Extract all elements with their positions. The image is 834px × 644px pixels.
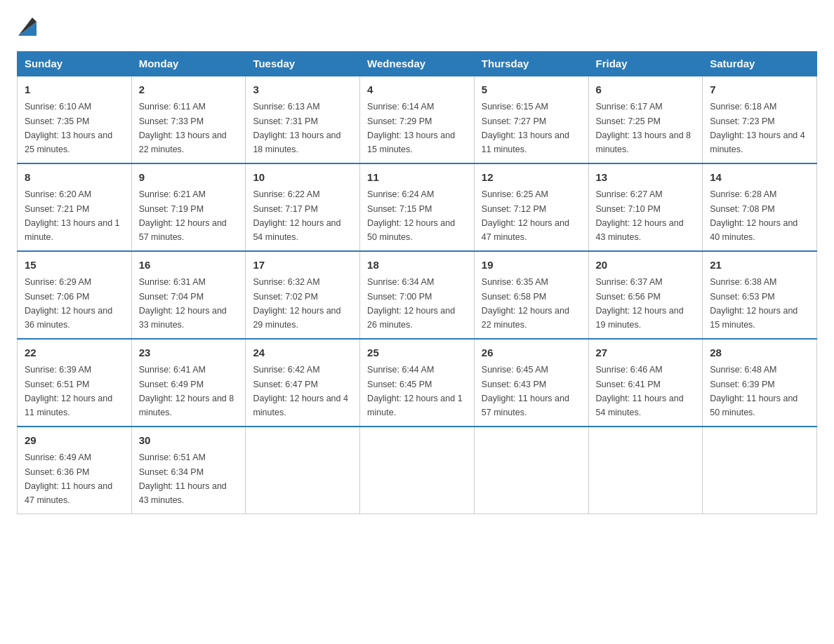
day-number: 3 bbox=[253, 82, 352, 98]
day-info: Sunrise: 6:48 AMSunset: 6:39 PMDaylight:… bbox=[710, 365, 797, 417]
day-number: 8 bbox=[25, 170, 124, 186]
day-number: 4 bbox=[367, 82, 467, 98]
calendar-cell: 15Sunrise: 6:29 AMSunset: 7:06 PMDayligh… bbox=[18, 251, 132, 339]
page-header bbox=[17, 17, 817, 39]
day-info: Sunrise: 6:17 AMSunset: 7:25 PMDaylight:… bbox=[596, 102, 691, 154]
calendar-week-4: 22Sunrise: 6:39 AMSunset: 6:51 PMDayligh… bbox=[18, 339, 817, 427]
day-info: Sunrise: 6:11 AMSunset: 7:33 PMDaylight:… bbox=[139, 102, 227, 154]
calendar-week-1: 1Sunrise: 6:10 AMSunset: 7:35 PMDaylight… bbox=[18, 76, 817, 163]
calendar-cell: 19Sunrise: 6:35 AMSunset: 6:58 PMDayligh… bbox=[474, 251, 588, 339]
day-number: 6 bbox=[596, 82, 696, 98]
day-number: 27 bbox=[596, 345, 696, 361]
calendar-cell: 9Sunrise: 6:21 AMSunset: 7:19 PMDaylight… bbox=[131, 163, 246, 251]
calendar-cell: 7Sunrise: 6:18 AMSunset: 7:23 PMDaylight… bbox=[703, 76, 817, 163]
calendar-cell: 3Sunrise: 6:13 AMSunset: 7:31 PMDaylight… bbox=[246, 76, 360, 163]
day-info: Sunrise: 6:25 AMSunset: 7:12 PMDaylight:… bbox=[482, 189, 569, 242]
day-info: Sunrise: 6:20 AMSunset: 7:21 PMDaylight:… bbox=[25, 189, 120, 242]
day-number: 1 bbox=[25, 82, 124, 98]
calendar-cell: 10Sunrise: 6:22 AMSunset: 7:17 PMDayligh… bbox=[246, 163, 360, 251]
day-info: Sunrise: 6:29 AMSunset: 7:06 PMDaylight:… bbox=[25, 277, 112, 330]
day-number: 30 bbox=[139, 433, 239, 449]
day-info: Sunrise: 6:10 AMSunset: 7:35 PMDaylight:… bbox=[25, 102, 112, 154]
day-number: 16 bbox=[139, 257, 239, 274]
calendar-cell: 11Sunrise: 6:24 AMSunset: 7:15 PMDayligh… bbox=[360, 163, 475, 251]
day-number: 13 bbox=[596, 170, 696, 186]
day-number: 29 bbox=[25, 433, 124, 449]
calendar-cell: 30Sunrise: 6:51 AMSunset: 6:34 PMDayligh… bbox=[131, 427, 246, 514]
header-wednesday: Wednesday bbox=[360, 51, 475, 76]
calendar-cell: 26Sunrise: 6:45 AMSunset: 6:43 PMDayligh… bbox=[474, 339, 588, 427]
day-info: Sunrise: 6:42 AMSunset: 6:47 PMDaylight:… bbox=[253, 365, 348, 417]
calendar-cell: 1Sunrise: 6:10 AMSunset: 7:35 PMDaylight… bbox=[18, 76, 132, 163]
day-info: Sunrise: 6:32 AMSunset: 7:02 PMDaylight:… bbox=[253, 277, 340, 330]
calendar-cell bbox=[360, 427, 475, 514]
header-tuesday: Tuesday bbox=[246, 51, 360, 76]
calendar-cell: 4Sunrise: 6:14 AMSunset: 7:29 PMDaylight… bbox=[360, 76, 475, 163]
day-info: Sunrise: 6:37 AMSunset: 6:56 PMDaylight:… bbox=[596, 277, 684, 330]
day-info: Sunrise: 6:46 AMSunset: 6:41 PMDaylight:… bbox=[596, 365, 684, 417]
day-info: Sunrise: 6:13 AMSunset: 7:31 PMDaylight:… bbox=[253, 102, 340, 154]
calendar-cell: 23Sunrise: 6:41 AMSunset: 6:49 PMDayligh… bbox=[131, 339, 246, 427]
day-info: Sunrise: 6:35 AMSunset: 6:58 PMDaylight:… bbox=[482, 277, 569, 330]
day-info: Sunrise: 6:44 AMSunset: 6:45 PMDaylight:… bbox=[367, 365, 463, 417]
day-info: Sunrise: 6:39 AMSunset: 6:51 PMDaylight:… bbox=[25, 365, 112, 417]
day-number: 22 bbox=[25, 345, 124, 361]
day-number: 23 bbox=[139, 345, 239, 361]
day-info: Sunrise: 6:31 AMSunset: 7:04 PMDaylight:… bbox=[139, 277, 227, 330]
day-number: 10 bbox=[253, 170, 352, 186]
calendar-cell bbox=[588, 427, 703, 514]
day-info: Sunrise: 6:15 AMSunset: 7:27 PMDaylight:… bbox=[482, 102, 569, 154]
calendar-cell: 12Sunrise: 6:25 AMSunset: 7:12 PMDayligh… bbox=[474, 163, 588, 251]
calendar-cell: 17Sunrise: 6:32 AMSunset: 7:02 PMDayligh… bbox=[246, 251, 360, 339]
day-number: 11 bbox=[367, 170, 467, 186]
calendar-cell: 27Sunrise: 6:46 AMSunset: 6:41 PMDayligh… bbox=[588, 339, 703, 427]
calendar-header: SundayMondayTuesdayWednesdayThursdayFrid… bbox=[18, 51, 817, 76]
day-number: 5 bbox=[482, 82, 581, 98]
day-info: Sunrise: 6:27 AMSunset: 7:10 PMDaylight:… bbox=[596, 189, 684, 242]
day-number: 9 bbox=[139, 170, 239, 186]
calendar-cell: 24Sunrise: 6:42 AMSunset: 6:47 PMDayligh… bbox=[246, 339, 360, 427]
day-info: Sunrise: 6:45 AMSunset: 6:43 PMDaylight:… bbox=[482, 365, 569, 417]
day-number: 21 bbox=[710, 257, 809, 274]
calendar-cell: 2Sunrise: 6:11 AMSunset: 7:33 PMDaylight… bbox=[131, 76, 246, 163]
calendar-cell: 20Sunrise: 6:37 AMSunset: 6:56 PMDayligh… bbox=[588, 251, 703, 339]
day-number: 15 bbox=[25, 257, 124, 274]
header-monday: Monday bbox=[131, 51, 246, 76]
day-number: 20 bbox=[596, 257, 696, 274]
calendar-cell: 16Sunrise: 6:31 AMSunset: 7:04 PMDayligh… bbox=[131, 251, 246, 339]
logo-icon bbox=[18, 18, 37, 36]
day-info: Sunrise: 6:28 AMSunset: 7:08 PMDaylight:… bbox=[710, 189, 797, 242]
calendar-week-5: 29Sunrise: 6:49 AMSunset: 6:36 PMDayligh… bbox=[18, 427, 817, 514]
calendar-cell: 13Sunrise: 6:27 AMSunset: 7:10 PMDayligh… bbox=[588, 163, 703, 251]
calendar-cell: 25Sunrise: 6:44 AMSunset: 6:45 PMDayligh… bbox=[360, 339, 475, 427]
calendar-week-3: 15Sunrise: 6:29 AMSunset: 7:06 PMDayligh… bbox=[18, 251, 817, 339]
day-info: Sunrise: 6:38 AMSunset: 6:53 PMDaylight:… bbox=[710, 277, 797, 330]
day-info: Sunrise: 6:51 AMSunset: 6:34 PMDaylight:… bbox=[139, 452, 227, 505]
day-number: 7 bbox=[710, 82, 809, 98]
calendar-cell: 21Sunrise: 6:38 AMSunset: 6:53 PMDayligh… bbox=[703, 251, 817, 339]
calendar-cell bbox=[246, 427, 360, 514]
day-number: 17 bbox=[253, 257, 352, 274]
calendar-cell bbox=[474, 427, 588, 514]
day-number: 28 bbox=[710, 345, 809, 361]
day-info: Sunrise: 6:14 AMSunset: 7:29 PMDaylight:… bbox=[367, 102, 455, 154]
calendar-cell: 28Sunrise: 6:48 AMSunset: 6:39 PMDayligh… bbox=[703, 339, 817, 427]
calendar-cell: 14Sunrise: 6:28 AMSunset: 7:08 PMDayligh… bbox=[703, 163, 817, 251]
day-info: Sunrise: 6:18 AMSunset: 7:23 PMDaylight:… bbox=[710, 102, 805, 154]
calendar-week-2: 8Sunrise: 6:20 AMSunset: 7:21 PMDaylight… bbox=[18, 163, 817, 251]
day-number: 25 bbox=[367, 345, 467, 361]
calendar-body: 1Sunrise: 6:10 AMSunset: 7:35 PMDaylight… bbox=[18, 76, 817, 514]
day-info: Sunrise: 6:49 AMSunset: 6:36 PMDaylight:… bbox=[25, 452, 112, 505]
day-number: 24 bbox=[253, 345, 352, 361]
calendar-cell: 18Sunrise: 6:34 AMSunset: 7:00 PMDayligh… bbox=[360, 251, 475, 339]
header-thursday: Thursday bbox=[474, 51, 588, 76]
calendar-cell: 8Sunrise: 6:20 AMSunset: 7:21 PMDaylight… bbox=[18, 163, 132, 251]
day-info: Sunrise: 6:21 AMSunset: 7:19 PMDaylight:… bbox=[139, 189, 227, 242]
header-sunday: Sunday bbox=[18, 51, 132, 76]
day-number: 12 bbox=[482, 170, 581, 186]
calendar-cell: 22Sunrise: 6:39 AMSunset: 6:51 PMDayligh… bbox=[18, 339, 132, 427]
calendar-cell: 29Sunrise: 6:49 AMSunset: 6:36 PMDayligh… bbox=[18, 427, 132, 514]
calendar-table: SundayMondayTuesdayWednesdayThursdayFrid… bbox=[17, 51, 817, 514]
day-info: Sunrise: 6:34 AMSunset: 7:00 PMDaylight:… bbox=[367, 277, 455, 330]
logo bbox=[17, 17, 39, 39]
